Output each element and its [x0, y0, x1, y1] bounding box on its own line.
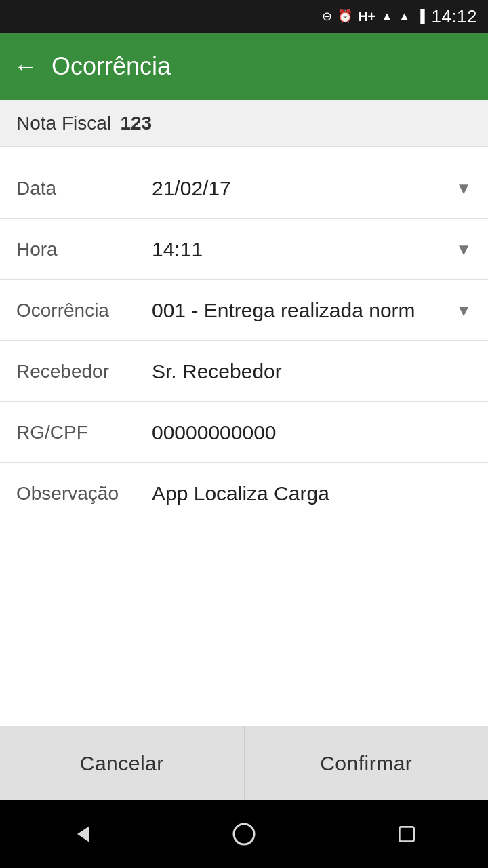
cancel-button[interactable]: Cancelar: [0, 726, 245, 800]
field-value-hora[interactable]: 14:11 ▼: [152, 238, 472, 261]
form-area: Data 21/02/17 ▼ Hora 14:11 ▼ Ocorrência …: [0, 147, 488, 726]
recents-nav-icon: [399, 827, 413, 841]
rgcpf-value-text: 00000000000: [152, 421, 277, 444]
form-row-rgcpf: RG/CPF 00000000000: [0, 402, 488, 463]
recebedor-value-text: Sr. Recebedor: [152, 360, 282, 383]
back-nav-icon: [77, 826, 89, 842]
back-nav-button[interactable]: [54, 807, 108, 861]
data-value-text: 21/02/17: [152, 177, 231, 200]
signal-icon2: ▲: [399, 9, 411, 24]
status-time: 14:12: [431, 6, 477, 27]
form-row-ocorrencia: Ocorrência 001 - Entrega realizada norm …: [0, 280, 488, 341]
field-label-hora: Hora: [16, 239, 152, 260]
field-value-recebedor[interactable]: Sr. Recebedor: [152, 360, 472, 383]
confirm-button[interactable]: Confirmar: [245, 726, 489, 800]
nota-fiscal-label: Nota Fiscal: [16, 113, 111, 134]
field-label-rgcpf: RG/CPF: [16, 422, 152, 443]
field-value-observacao[interactable]: App Localiza Carga: [152, 482, 472, 505]
status-bar: ⊖ ⏰ H+ ▲ ▲ ▐ 14:12: [0, 0, 488, 33]
signal-icon1: ▲: [381, 9, 393, 24]
status-icons: ⊖ ⏰ H+ ▲ ▲ ▐: [322, 9, 425, 24]
recents-nav-button[interactable]: [380, 807, 434, 861]
field-label-observacao: Observação: [16, 483, 152, 505]
battery-icon: ▐: [416, 9, 425, 24]
toolbar-title: Ocorrência: [52, 52, 171, 81]
field-value-ocorrencia[interactable]: 001 - Entrega realizada norm ▼: [152, 299, 472, 322]
alarm-icon: ⏰: [338, 9, 352, 24]
hora-dropdown-arrow: ▼: [455, 240, 472, 259]
home-nav-button[interactable]: [217, 807, 271, 861]
ocorrencia-dropdown-arrow: ▼: [455, 301, 472, 320]
form-row-hora: Hora 14:11 ▼: [0, 219, 488, 280]
field-value-data[interactable]: 21/02/17 ▼: [152, 177, 472, 200]
ocorrencia-value-text: 001 - Entrega realizada norm: [152, 299, 415, 322]
data-dropdown-arrow: ▼: [455, 179, 472, 198]
field-label-recebedor: Recebedor: [16, 361, 152, 382]
nota-fiscal-bar: Nota Fiscal 123: [0, 100, 488, 147]
field-label-data: Data: [16, 178, 152, 199]
back-button[interactable]: ←: [14, 54, 38, 79]
button-bar: Cancelar Confirmar: [0, 726, 488, 800]
form-row-data: Data 21/02/17 ▼: [0, 158, 488, 219]
network-hplus-icon: H+: [358, 9, 375, 24]
do-not-disturb-icon: ⊖: [322, 9, 332, 24]
field-label-ocorrencia: Ocorrência: [16, 300, 152, 321]
nav-bar: [0, 800, 488, 868]
home-nav-icon: [234, 824, 254, 844]
nota-fiscal-value: 123: [120, 113, 152, 134]
form-row-observacao: Observação App Localiza Carga: [0, 463, 488, 524]
toolbar: ← Ocorrência: [0, 33, 488, 100]
field-value-rgcpf[interactable]: 00000000000: [152, 421, 472, 444]
form-row-recebedor: Recebedor Sr. Recebedor: [0, 341, 488, 402]
observacao-value-text: App Localiza Carga: [152, 482, 329, 505]
hora-value-text: 14:11: [152, 238, 203, 261]
